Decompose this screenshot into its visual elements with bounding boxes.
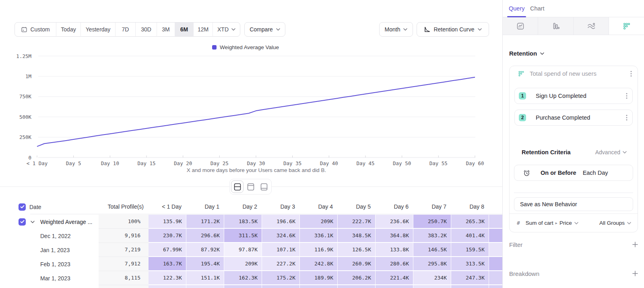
- insights-report-button[interactable]: [503, 17, 538, 35]
- retention-value-cell: 383.2K: [413, 229, 451, 242]
- report-section-label: Retention: [509, 50, 537, 57]
- retention-criteria-label: Retention Criteria: [522, 149, 595, 155]
- retention-value-cell: 171.2K: [186, 215, 224, 228]
- table-row: Weighted Average ...100%135.9K171.2K183.…: [0, 215, 502, 229]
- select-all-checkbox[interactable]: [19, 203, 26, 211]
- chevron-down-icon: [627, 222, 631, 224]
- retention-value-cell: 67.99K: [149, 243, 186, 256]
- groups-dropdown[interactable]: All Groups: [599, 220, 631, 226]
- tab-chart[interactable]: Chart: [530, 0, 544, 17]
- svg-text:Day 30: Day 30: [247, 160, 265, 166]
- retention-value-cell: 87.92K: [186, 243, 224, 256]
- layout-split-button[interactable]: [231, 180, 244, 193]
- range-today[interactable]: Today: [56, 23, 81, 36]
- report-section-dropdown[interactable]: Retention: [509, 50, 544, 57]
- retention-value-cell: 221.4K: [376, 271, 413, 284]
- behavior-card: Total spend of new users 1Sign Up Comple…: [509, 66, 638, 232]
- retention-value-cell: 135.9K: [149, 215, 186, 228]
- behavior-step[interactable]: 2Purchase Completed: [514, 110, 633, 126]
- total-profiles-cell: 8,115: [99, 271, 149, 285]
- breakdown-section: Breakdown: [509, 269, 638, 278]
- range-3m[interactable]: 3M: [157, 23, 175, 36]
- retention-criteria-header: Retention Criteria Advanced: [522, 149, 627, 156]
- retention-value-cell: 162.3K: [224, 271, 262, 284]
- chart-type-button[interactable]: Retention Curve: [417, 22, 489, 37]
- chevron-down-icon: [276, 28, 280, 31]
- retention-value-cell: 260.9K: [338, 257, 375, 270]
- svg-text:Day 15: Day 15: [137, 160, 155, 166]
- svg-text:Day 45: Day 45: [356, 160, 374, 166]
- sidebar-tabs: Query Chart: [503, 0, 644, 17]
- range-yesterday[interactable]: Yesterday: [81, 23, 116, 36]
- condition-operator[interactable]: On or Before: [541, 170, 576, 176]
- svg-text:Day 35: Day 35: [283, 160, 301, 166]
- range-xtd[interactable]: XTD: [213, 23, 240, 36]
- retention-value-cell: 311.5K: [224, 229, 262, 242]
- granularity-button[interactable]: Month: [379, 22, 413, 37]
- retention-value-cell: 242.8K: [300, 257, 337, 270]
- retention-value-cell: [489, 257, 502, 270]
- retention-value-cell: 163.7K: [149, 257, 186, 270]
- table-row: [0, 285, 502, 288]
- retention-report-button[interactable]: [609, 17, 644, 35]
- add-filter-icon[interactable]: [632, 242, 638, 247]
- behavior-step[interactable]: 1Sign Up Completed: [514, 88, 633, 104]
- expand-chevron-icon[interactable]: [31, 221, 35, 223]
- range-custom[interactable]: Custom: [15, 23, 56, 36]
- range-7d[interactable]: 7D: [116, 23, 136, 36]
- step-event-label: Sign Up Completed: [536, 93, 626, 99]
- add-breakdown-icon[interactable]: [632, 271, 638, 276]
- date-range-selector: CustomTodayYesterday7D30D3M6M12MXTD: [14, 22, 240, 37]
- retention-value-cell: 265.3K: [451, 215, 489, 228]
- groups-label: All Groups: [599, 220, 625, 226]
- kebab-menu-icon[interactable]: [626, 93, 627, 99]
- range-12m[interactable]: 12M: [194, 23, 213, 36]
- save-as-new-behavior-button[interactable]: Save as New Behavior: [514, 197, 633, 211]
- retention-value-cell: 196.6K: [262, 215, 299, 228]
- retention-icon: [623, 22, 631, 30]
- retention-value-cell: 133.8K: [376, 243, 413, 256]
- funnels-report-button[interactable]: [538, 17, 574, 35]
- retention-value-cell: 183.5K: [224, 215, 262, 228]
- svg-text:Day 25: Day 25: [211, 160, 229, 166]
- retention-value-cell: 116.9K: [300, 243, 337, 256]
- svg-text:Day 10: Day 10: [101, 160, 119, 166]
- retention-value-cell: 206.2K: [338, 271, 375, 284]
- svg-text:500K: 500K: [19, 114, 32, 120]
- retention-value-cell: 189.9K: [300, 271, 337, 284]
- retention-value-cell: 401.4K: [451, 229, 489, 242]
- compare-button[interactable]: Compare: [244, 22, 285, 37]
- row-checkbox[interactable]: [19, 218, 26, 226]
- retention-value-cell: [489, 229, 502, 242]
- report-type-switcher: [503, 17, 644, 35]
- range-30d[interactable]: 30D: [136, 23, 157, 36]
- granularity-label: Month: [385, 26, 400, 33]
- range-6m[interactable]: 6M: [175, 23, 194, 36]
- table-header-row: DateTotal Profile(s)< 1 DayDay 1Day 2Day…: [0, 200, 502, 214]
- step-number-badge: 1: [519, 92, 526, 99]
- chart-type-label: Retention Curve: [433, 26, 474, 33]
- retention-condition-row[interactable]: On or Before Each Day: [514, 165, 633, 181]
- retention-value-cell: 296.6K: [186, 229, 224, 242]
- layout-table-bottom-button[interactable]: [258, 180, 270, 193]
- condition-value[interactable]: Each Day: [583, 170, 608, 176]
- row-label: Jan 1, 2023: [0, 247, 70, 253]
- criteria-mode-dropdown[interactable]: Advanced: [595, 149, 627, 155]
- layout-table-top-button[interactable]: [244, 180, 257, 193]
- column-header-day: Day 4: [300, 200, 338, 214]
- kebab-menu-icon[interactable]: [630, 70, 632, 77]
- retention-value-cell: 230.7K: [149, 229, 186, 242]
- measure-sub-property[interactable]: Price: [559, 220, 572, 226]
- retention-value-cell: 107.1K: [262, 243, 299, 256]
- retention-curve-icon: [424, 26, 430, 33]
- retention-value-cell: [489, 215, 502, 228]
- retention-value-cell: 348.5K: [338, 229, 375, 242]
- kebab-menu-icon[interactable]: [626, 114, 627, 121]
- flows-report-button[interactable]: [574, 17, 609, 35]
- tab-query[interactable]: Query: [509, 0, 525, 17]
- measure-property[interactable]: Sum of cart: [526, 220, 553, 226]
- table-row: Feb 1, 20237,912163.7K195.4K209K227.2K24…: [0, 257, 502, 271]
- column-header-day: < 1 Day: [149, 200, 186, 214]
- breakdown-label: Breakdown: [509, 270, 539, 277]
- calendar-icon: [21, 26, 27, 33]
